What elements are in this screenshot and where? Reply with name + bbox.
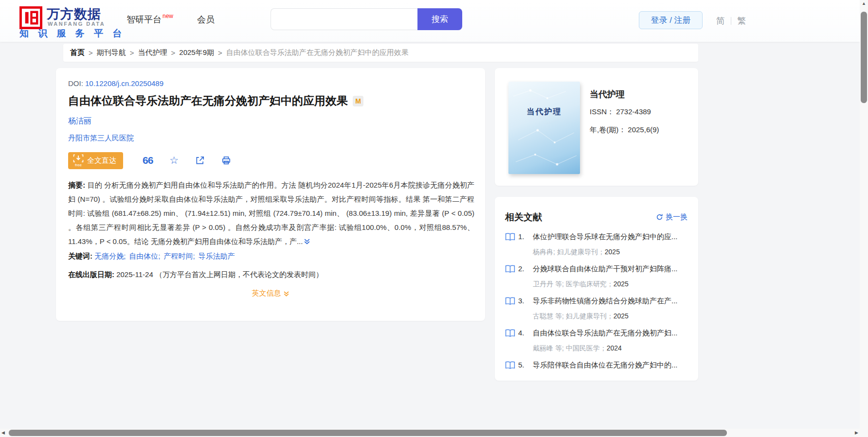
medical-badge-icon[interactable]: M (353, 96, 363, 106)
scroll-up-arrow-icon[interactable]: ▲ (860, 1, 868, 6)
related-article-meta: 杨冉冉; 妇儿健康导刊；2025 (533, 248, 620, 257)
scroll-left-arrow-icon[interactable]: ◀ (1, 430, 5, 435)
expand-abstract-icon[interactable] (304, 235, 310, 249)
article-title-row: 自由体位联合导乐法助产在无痛分娩初产妇中的应用效果 M (68, 93, 472, 108)
scrollbar-corner (860, 429, 868, 437)
nav-member[interactable]: 会员 (197, 14, 215, 25)
english-info-toggle[interactable]: 英文信息 (56, 289, 485, 298)
related-article-link[interactable]: 导乐陪伴联合自由体位在无痛分娩产妇中的... (533, 361, 689, 370)
search-input[interactable] (271, 8, 417, 30)
pubdate-note: （万方平台首次上网日期，不代表论文的发表时间） (155, 270, 323, 279)
doi-link[interactable]: 10.12208/j.cn.20250489 (85, 79, 163, 87)
affiliation-link[interactable]: 丹阳市第三人民医院 (68, 134, 134, 142)
item-year: 2025 (614, 280, 629, 288)
related-list: 1. 体位护理联合导乐球在无痛分娩产妇中的应... 杨冉冉; 妇儿健康导刊；20… (495, 232, 698, 381)
related-article-meta: 古聪慧 等; 妇儿健康导刊；2025 (533, 312, 629, 321)
related-title: 相关文献 (505, 211, 542, 224)
chevron-down-icon (283, 291, 289, 297)
breadcrumb-home[interactable]: 首页 (70, 48, 85, 57)
vertical-scrollbar-thumb[interactable] (861, 12, 867, 103)
horizontal-scrollbar-thumb[interactable] (9, 430, 727, 436)
lang-traditional[interactable]: 繁 (737, 15, 746, 27)
author-row: 杨洁丽 (68, 116, 91, 126)
item-number: 2. (518, 264, 524, 273)
item-journal: 妇儿健康导刊； (557, 248, 605, 256)
journal-volume-row: 年,卷(期)： 2025,6(9) (590, 125, 659, 135)
breadcrumb-journal[interactable]: 当代护理 (138, 48, 167, 57)
pubdate-value: 2025-11-24 (116, 270, 153, 279)
breadcrumb-separator: > (89, 49, 93, 57)
print-icon[interactable] (221, 156, 231, 165)
horizontal-scrollbar[interactable]: ◀ ▶ (0, 429, 860, 437)
svg-text:free: free (75, 163, 82, 167)
lang-simplified[interactable]: 简 (716, 15, 725, 27)
list-item: 1. 体位护理联合导乐球在无痛分娩产妇中的应... 杨冉冉; 妇儿健康导刊；20… (495, 232, 698, 264)
item-journal: 中国民医学； (566, 344, 607, 352)
wanfang-logo-icon[interactable] (19, 6, 42, 29)
item-year: 2025 (605, 248, 620, 256)
list-item: 4. 自由体位联合导乐法助产在无痛分娩初产妇... 戴丽峰 等; 中国民医学；2… (495, 328, 698, 360)
fulltext-label: 全文直达 (87, 156, 116, 165)
journal-issn-row: ISSN： 2732-4389 (590, 107, 651, 117)
page-title: 自由体位联合导乐法助产在无痛分娩初产妇中的应用效果 (68, 93, 348, 108)
journal-cover[interactable]: 当代护理 (508, 82, 580, 174)
author-link[interactable]: 杨洁丽 (68, 117, 91, 125)
scroll-right-arrow-icon[interactable]: ▶ (855, 430, 858, 435)
keyword-link[interactable]: 导乐法助产 (199, 252, 235, 260)
item-number: 3. (518, 297, 524, 305)
article-card: DOI: 10.12208/j.cn.20250489 自由体位联合导乐法助产在… (56, 68, 485, 321)
breadcrumb-issue[interactable]: 2025年9期 (179, 48, 214, 57)
breadcrumb-current: 自由体位联合导乐法助产在无痛分娩初产妇中的应用效果 (226, 48, 409, 57)
related-article-link[interactable]: 体位护理联合导乐球在无痛分娩产妇中的应... (533, 232, 689, 242)
cite-icon[interactable]: 66 (143, 155, 153, 166)
favorite-star-icon[interactable]: ☆ (169, 155, 179, 166)
item-number: 1. (518, 232, 524, 241)
related-article-meta: 卫丹丹 等; 医学临床研究；2025 (533, 280, 629, 289)
related-article-link[interactable]: 导乐非药物性镇痛分娩结合分娩球助产在产... (533, 297, 689, 306)
item-journal: 妇儿健康导刊； (566, 312, 614, 320)
abstract-label: 摘要: (68, 181, 85, 189)
item-year: 2025 (614, 312, 629, 320)
related-article-meta: 戴丽峰 等; 中国民医学；2024 (533, 344, 622, 353)
keyword-link[interactable]: 产程时间 (164, 252, 195, 260)
doi-row: DOI: 10.12208/j.cn.20250489 (68, 79, 163, 87)
volume-label: 年,卷(期)： (590, 125, 626, 134)
login-register-button[interactable]: 登录 / 注册 (639, 11, 703, 29)
breadcrumb: 首页 > 期刊导航 > 当代护理 > 2025年9期 > 自由体位联合导乐法助产… (63, 44, 698, 62)
item-authors: 古聪慧 等; (533, 312, 564, 320)
keyword-link[interactable]: 无痛分娩 (94, 252, 126, 260)
issn-label: ISSN： (590, 107, 614, 116)
item-journal: 医学临床研究； (566, 280, 614, 288)
logo-text-en: WANFANG DATA (48, 21, 105, 27)
abstract-text: 目的 分析无痛分娩初产妇用自由体位和导乐法助产的作用。方法 随机均分2024年1… (68, 181, 474, 245)
journal-card: 当代护理 当代护理 ISSN： 2732-4389 年,卷(期)： 2025,6… (495, 68, 698, 186)
keywords-row: 关键词: 无痛分娩自由体位产程时间导乐法助产 (68, 252, 238, 261)
logo-tagline: 知 识 服 务 平 台 (19, 27, 125, 40)
keyword-link[interactable]: 自由体位 (129, 252, 160, 260)
cover-journal-title: 当代护理 (508, 107, 580, 117)
pubdate-row: 在线出版日期: 2025-11-24 （万方平台首次上网日期，不代表论文的发表时… (68, 270, 323, 280)
search-button[interactable]: 搜索 (417, 8, 462, 30)
item-authors: 戴丽峰 等; (533, 344, 564, 352)
affiliation-row: 丹阳市第三人民医院 (68, 134, 134, 143)
vertical-scrollbar[interactable]: ▲ (860, 0, 868, 429)
item-number: 5. (518, 361, 524, 369)
book-icon (505, 297, 515, 307)
refresh-related-button[interactable]: 换一换 (656, 212, 687, 222)
free-download-icon: free (73, 154, 84, 167)
new-badge: new (163, 13, 173, 19)
list-item: 3. 导乐非药物性镇痛分娩结合分娩球助产在产... 古聪慧 等; 妇儿健康导刊；… (495, 296, 698, 328)
fulltext-button[interactable]: free 全文直达 (68, 152, 123, 169)
breadcrumb-journal-nav[interactable]: 期刊导航 (97, 48, 126, 57)
share-icon[interactable] (195, 156, 205, 165)
nav-zhiyan-platform[interactable]: 智研平台new (127, 14, 172, 25)
book-icon (505, 265, 515, 275)
related-literature-card: 相关文献 换一换 1. 体位护理联合导乐球在无痛分娩产妇中的应... 杨冉冉; … (495, 197, 698, 381)
item-number: 4. (518, 329, 524, 337)
related-article-link[interactable]: 自由体位联合导乐法助产在无痛分娩初产妇... (533, 329, 689, 338)
nav-zhiyan-label: 智研平台 (127, 15, 162, 24)
logo-text-cn[interactable]: 万方数据 (47, 5, 101, 23)
volume-value: 2025,6(9) (628, 125, 659, 134)
refresh-icon (656, 213, 663, 221)
related-article-link[interactable]: 分娩球联合自由体位助产干预对初产妇阵痛... (533, 264, 689, 274)
